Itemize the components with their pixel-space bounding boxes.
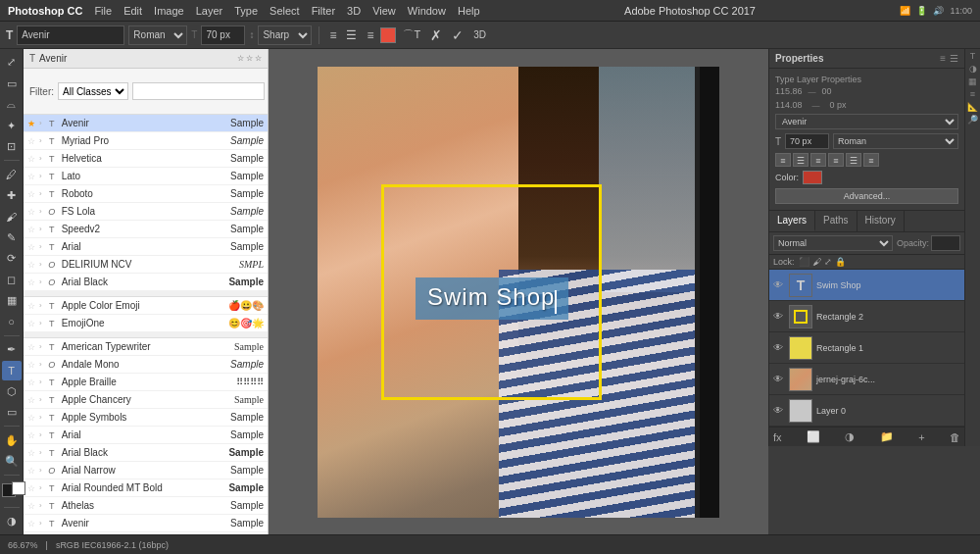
layer-item-rect2[interactable]: 👁 Rectangle 2 [769,301,964,332]
align-left-btn[interactable]: ≡ [326,28,339,42]
dodge-tool[interactable]: ○ [2,312,22,330]
star-applebraille[interactable]: ☆ [27,378,35,387]
prop-size-input[interactable] [785,133,829,149]
tab-paths[interactable]: Paths [815,211,858,231]
star-arialnarrow[interactable]: ☆ [27,466,35,476]
star-avenir[interactable]: ★ [27,119,35,128]
font-item-speedv2[interactable]: ☆ › T Speedv2 Sample [24,221,268,238]
quick-select-tool[interactable]: ✦ [2,116,22,134]
strip-icon5[interactable]: 📐 [967,102,978,112]
font-item-delirium[interactable]: ☆ › O DELIRIUM NCV SMPL [24,256,268,274]
layer-item-bg[interactable]: 👁 Layer 0 [769,395,964,427]
menu-image[interactable]: Image [154,5,184,17]
eyedropper-tool[interactable]: 🖊 [2,165,22,183]
font-item-arialroundedmt[interactable]: ☆ › T Arial Rounded MT Bold Sample [24,479,268,497]
eye-rect1[interactable]: 👁 [773,342,785,353]
star-roboto[interactable]: ☆ [27,189,35,199]
align-right-btn-prop[interactable]: ≡ [810,153,826,167]
tab-layers[interactable]: Layers [769,211,815,231]
zoom-tool[interactable]: 🔍 [2,452,22,471]
font-item-arialblack[interactable]: ☆ › O Arial Black Sample [24,274,268,291]
crop-tool[interactable]: ⊡ [2,137,22,156]
layer-item-rect1[interactable]: 👁 Rectangle 1 [769,332,964,364]
layer-adjustment-btn[interactable]: ◑ [845,430,855,443]
star-appleemoji[interactable]: ☆ [27,301,35,311]
prop-color-swatch[interactable] [803,171,822,184]
font-item-avenirnext[interactable]: ☆ › T Avenir Next Sample [24,532,268,534]
star-delirium[interactable]: ☆ [27,260,35,270]
type-tool[interactable]: T [2,361,22,379]
menu-type[interactable]: Type [234,5,258,17]
star-fslola[interactable]: ☆ [27,207,35,217]
font-item-lato[interactable]: ☆ › T Lato Sample [24,168,268,185]
strip-icon4[interactable]: ≡ [970,89,975,99]
star-arial2[interactable]: ☆ [27,430,35,440]
justify-center-btn-prop[interactable]: ☰ [846,153,861,167]
star-myriad[interactable]: ☆ [27,136,35,146]
font-item-applebraille[interactable]: ☆ › T Apple Braille ⠿⠿⠿⠿ [24,374,268,391]
advanced-btn[interactable]: Advanced... [775,188,958,204]
shape-tool[interactable]: ▭ [2,403,22,422]
font-item-arialblack2[interactable]: ☆ › T Arial Black Sample [24,444,268,462]
anti-alias-select[interactable]: Sharp [258,25,312,45]
opacity-input[interactable] [931,235,960,251]
brush-tool[interactable]: 🖌 [2,207,22,226]
3d-btn[interactable]: 3D [470,29,489,40]
lock-all-icon[interactable]: 🔒 [835,257,846,267]
panel-collapse-icon[interactable]: ≡ [940,53,946,64]
menu-layer[interactable]: Layer [196,5,223,17]
layer-item-photo[interactable]: 👁 jernej-graj-6c... [769,364,964,395]
star-applesymbols[interactable]: ☆ [27,413,35,423]
star-arial[interactable]: ☆ [27,242,35,252]
font-item-arial2[interactable]: ☆ › T Arial Sample [24,427,268,444]
menu-edit[interactable]: Edit [123,5,142,17]
strip-icon3[interactable]: ▦ [968,76,977,86]
history-brush-tool[interactable]: ⟳ [2,249,22,268]
eye-bg[interactable]: 👁 [773,405,785,416]
eye-photo[interactable]: 👁 [773,374,785,384]
align-center-btn-prop[interactable]: ☰ [793,153,808,167]
font-item-avenir2[interactable]: ☆ › T Avenir Sample [24,515,268,532]
lasso-tool[interactable]: ⌓ [2,95,22,114]
pen-tool[interactable]: ✒ [2,340,22,359]
font-item-applechancery[interactable]: ☆ › T Apple Chancery Sample [24,391,268,409]
hand-tool[interactable]: ✋ [2,430,22,449]
font-item-emojione[interactable]: ☆ › T EmojiOne 😊🎯🌟 [24,315,268,332]
menu-filter[interactable]: Filter [312,5,335,17]
strip-icon1[interactable]: T [970,51,976,61]
star-arialblack[interactable]: ☆ [27,277,35,287]
menu-window[interactable]: Window [408,5,446,17]
lock-transparent-icon[interactable]: ⬛ [799,257,809,267]
layer-group-btn[interactable]: 📁 [880,430,894,443]
strip-icon2[interactable]: ◑ [969,64,977,74]
layer-delete-btn[interactable]: 🗑 [950,431,960,443]
font-search-input[interactable] [132,82,265,100]
align-left-btn-prop[interactable]: ≡ [775,153,791,167]
text-color-swatch[interactable] [380,27,396,43]
font-item-roboto[interactable]: ☆ › T Roboto Sample [24,185,268,203]
align-right-btn[interactable]: ≡ [364,28,376,42]
font-item-americantypewriter[interactable]: ☆ › T American Typewriter Sample [24,338,268,356]
layer-fx-btn[interactable]: fx [773,431,782,443]
menu-3d[interactable]: 3D [347,5,361,17]
star-arialblack2[interactable]: ☆ [27,448,35,458]
star-athelas[interactable]: ☆ [27,501,35,511]
clone-tool[interactable]: ✎ [2,227,22,246]
tab-history[interactable]: History [858,211,905,231]
font-item-appleemoji[interactable]: ☆ › T Apple Color Emoji 🍎😀🎨 [24,297,268,315]
font-size-input[interactable] [201,25,245,45]
text-box[interactable]: Swim Shop [416,277,568,320]
font-item-helvetica[interactable]: ☆ › T Helvetica Sample [24,150,268,168]
prop-style-select[interactable]: Roman [833,133,958,149]
font-item-arialnarrow[interactable]: ☆ › O Arial Narrow Sample [24,462,268,479]
lock-position-icon[interactable]: ⤢ [824,257,832,267]
lock-image-icon[interactable]: 🖌 [812,257,821,267]
star-lato[interactable]: ☆ [27,172,35,181]
font-item-applesymbols[interactable]: ☆ › T Apple Symbols Sample [24,409,268,427]
menu-view[interactable]: View [372,5,396,17]
gradient-tool[interactable]: ▦ [2,291,22,310]
menu-help[interactable]: Help [458,5,480,17]
eye-swimshop[interactable]: 👁 [773,279,785,290]
quick-mask-tool[interactable]: ◑ [2,512,22,530]
justify-left-btn-prop[interactable]: ≡ [828,153,844,167]
